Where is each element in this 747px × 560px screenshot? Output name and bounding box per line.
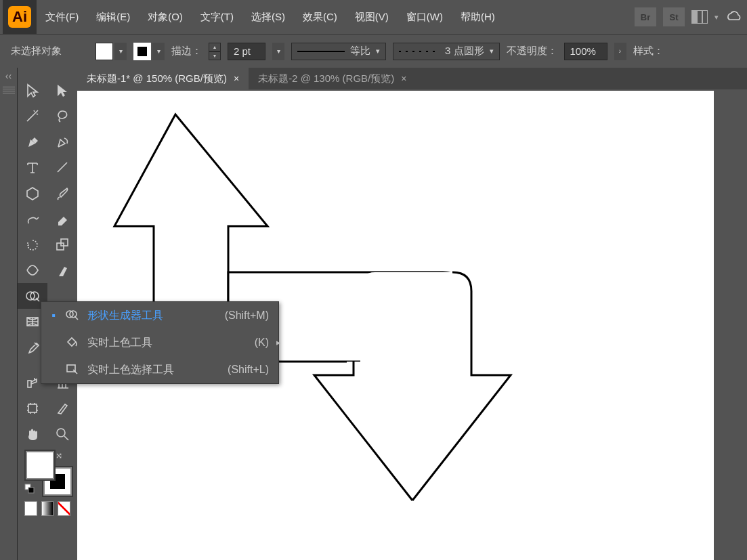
menubar-right: Br St ▾ [635, 0, 742, 34]
color-mode-solid[interactable] [24, 501, 37, 516]
brush-preview-icon [399, 51, 440, 52]
chevron-down-icon: ▾ [376, 47, 380, 56]
flyout-label: 实时上色工具 [87, 336, 247, 350]
shape-builder-icon [64, 308, 79, 323]
menu-select[interactable]: 选择(S) [242, 0, 294, 34]
tab-title: 未标题-2 @ 130% (RGB/预览) [258, 72, 394, 85]
color-mode-row [18, 496, 77, 521]
rectangle-tool[interactable] [18, 180, 47, 206]
live-paint-bucket-icon [64, 335, 79, 350]
menu-edit[interactable]: 编辑(E) [87, 0, 139, 34]
fill-stroke-control[interactable]: ⤭ [18, 447, 77, 496]
submenu-arrow-icon: ▸ [276, 337, 281, 347]
curvature-tool[interactable] [47, 129, 77, 154]
variable-width-profile[interactable]: 等比 ▾ [291, 43, 386, 60]
live-paint-selection-icon [64, 362, 79, 377]
stroke-weight-dropdown[interactable]: ▾ [272, 43, 284, 60]
selection-tool[interactable] [18, 77, 47, 103]
app-logo[interactable]: Ai [3, 0, 37, 34]
magic-wand-tool[interactable] [18, 103, 47, 129]
free-transform-tool[interactable] [47, 257, 77, 283]
menu-object[interactable]: 对象(O) [139, 0, 192, 34]
opacity-dropdown[interactable]: › [614, 43, 626, 60]
stroke-label: 描边： [171, 45, 202, 58]
menu-file[interactable]: 文件(F) [37, 0, 87, 34]
close-icon[interactable]: × [234, 73, 239, 84]
width-tool[interactable] [18, 257, 47, 283]
stroke-stepper[interactable]: ▴▾ [209, 43, 221, 60]
flyout-live-paint-selection[interactable]: 实时上色选择工具 (Shift+L) [41, 356, 278, 383]
tab-doc-1[interactable]: 未标题-1* @ 150% (RGB/预览) × [77, 68, 249, 89]
scale-tool[interactable] [47, 232, 77, 257]
direct-selection-tool[interactable] [47, 77, 77, 103]
type-tool[interactable] [18, 154, 47, 180]
rotate-tool[interactable] [18, 232, 47, 257]
menu-effect[interactable]: 效果(C) [294, 0, 346, 34]
menu-window[interactable]: 窗口(W) [398, 0, 452, 34]
menu-items: 文件(F) 编辑(E) 对象(O) 文字(T) 选择(S) 效果(C) 视图(V… [37, 0, 504, 34]
swap-fill-stroke-icon[interactable]: ⤭ [56, 451, 62, 460]
brush-definition[interactable]: 3 点圆形 ▾ [393, 43, 500, 60]
lasso-tool[interactable] [47, 103, 77, 129]
flyout-shortcut: (Shift+L) [228, 364, 269, 376]
slice-tool[interactable] [47, 395, 77, 421]
color-mode-gradient[interactable] [41, 501, 54, 516]
document-tabs: 未标题-1* @ 150% (RGB/预览) × 未标题-2 @ 130% (R… [77, 68, 747, 89]
chevron-down-icon[interactable]: ▾ [714, 13, 719, 22]
svg-rect-9 [28, 404, 37, 412]
flyout-live-paint-bucket[interactable]: 实时上色工具 (K) [41, 329, 278, 356]
pen-tool[interactable] [18, 129, 47, 154]
tab-title: 未标题-1* @ 150% (RGB/预览) [87, 72, 227, 85]
fill-swatch[interactable] [95, 43, 113, 60]
stroke-swatch[interactable] [133, 43, 151, 60]
flyout-label: 实时上色选择工具 [87, 363, 219, 377]
menu-type[interactable]: 文字(T) [192, 0, 242, 34]
line-preview-icon [297, 51, 345, 52]
ai-logo-icon: Ai [8, 6, 31, 28]
svg-rect-8 [28, 381, 31, 387]
profile-label: 等比 [350, 45, 370, 58]
shaper-tool[interactable] [18, 206, 47, 232]
stroke-weight-input[interactable]: 2 pt [228, 43, 265, 60]
selected-marker-icon: ▪ [51, 309, 56, 322]
menu-bar: Ai 文件(F) 编辑(E) 对象(O) 文字(T) 选择(S) 效果(C) 视… [0, 0, 747, 34]
flyout-shape-builder[interactable]: ▪ 形状生成器工具 (Shift+M) [41, 302, 278, 329]
selection-status: 未选择对象 [11, 45, 62, 58]
stroke-swatch-group[interactable]: ▾ [133, 43, 165, 60]
control-bar: 未选择对象 ▾ ▾ 描边： ▴▾ 2 pt ▾ 等比 ▾ 3 点圆形 ▾ 不透明… [0, 34, 747, 68]
opacity-label: 不透明度： [507, 45, 557, 58]
panel-collapse[interactable]: ‹‹ [0, 68, 18, 560]
color-mode-none[interactable] [58, 501, 70, 516]
stroke-dropdown[interactable]: ▾ [152, 43, 165, 60]
grip-icon [3, 87, 15, 93]
stock-icon[interactable]: St [663, 7, 685, 26]
bridge-icon[interactable]: Br [635, 7, 656, 26]
close-icon[interactable]: × [401, 73, 406, 84]
svg-rect-12 [28, 488, 34, 493]
svg-point-10 [57, 429, 65, 437]
chevron-down-icon: ▾ [490, 47, 494, 56]
tab-doc-2[interactable]: 未标题-2 @ 130% (RGB/预览) × [249, 68, 416, 89]
flyout-shortcut: (K) [255, 337, 269, 349]
collapse-icon: ‹‹ [5, 68, 12, 84]
fill-color-box[interactable] [26, 451, 54, 479]
flyout-label: 形状生成器工具 [87, 309, 217, 323]
menu-view[interactable]: 视图(V) [346, 0, 398, 34]
cloud-sync-icon[interactable] [725, 9, 742, 25]
arrange-documents-icon[interactable] [691, 9, 708, 25]
tool-flyout-menu: ▪ 形状生成器工具 (Shift+M) 实时上色工具 (K) ▸ 实时上色选择工… [41, 301, 279, 384]
line-segment-tool[interactable] [47, 154, 77, 180]
hand-tool[interactable] [18, 421, 47, 447]
menu-help[interactable]: 帮助(H) [452, 0, 504, 34]
fill-dropdown[interactable]: ▾ [114, 43, 127, 60]
paintbrush-tool[interactable] [47, 180, 77, 206]
artboard-tool[interactable] [18, 395, 47, 421]
style-label: 样式： [633, 45, 664, 58]
brush-label: 3 点圆形 [445, 45, 484, 58]
zoom-tool[interactable] [47, 421, 77, 447]
default-fill-stroke-icon[interactable] [24, 483, 35, 496]
opacity-input[interactable]: 100% [564, 43, 607, 60]
fill-swatch-group[interactable]: ▾ [95, 43, 127, 60]
flyout-shortcut: (Shift+M) [225, 309, 269, 322]
eraser-tool[interactable] [47, 206, 77, 232]
